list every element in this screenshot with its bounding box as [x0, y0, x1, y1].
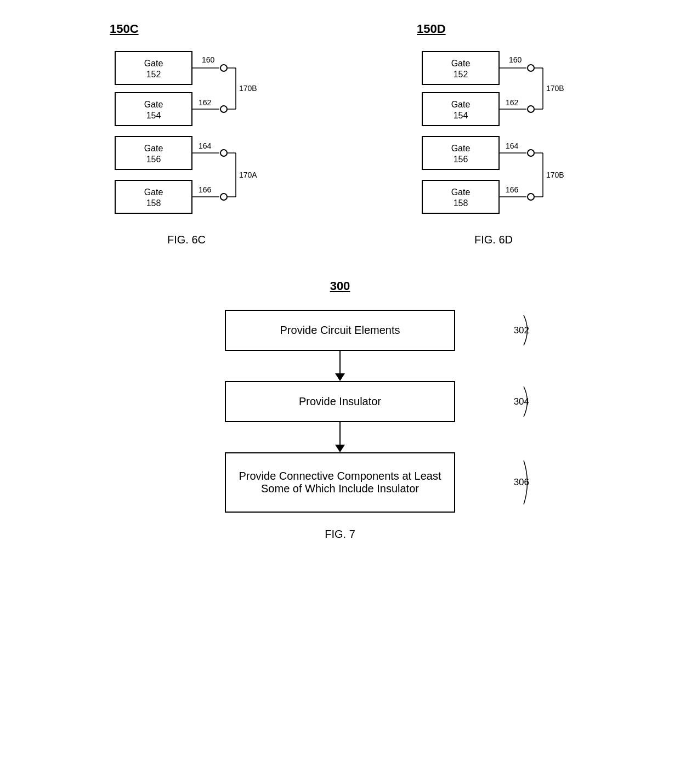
diagram-150c-label: 150C [110, 22, 139, 36]
svg-text:154: 154 [146, 111, 161, 120]
flowchart-fig-label: FIG. 7 [325, 528, 355, 541]
flow-box-2: Provide Insulator [225, 381, 455, 422]
flowchart-section: 300 Provide Circuit Elements 302 [33, 279, 647, 541]
svg-text:170A: 170A [239, 171, 257, 179]
svg-text:152: 152 [146, 70, 161, 79]
svg-rect-0 [115, 52, 192, 84]
svg-text:Gate: Gate [144, 100, 163, 109]
svg-text:170B: 170B [546, 171, 564, 179]
svg-rect-54 [422, 180, 499, 213]
svg-text:154: 154 [454, 111, 468, 120]
top-diagrams-section: 150C Gate 152 160 Gate 154 162 [33, 22, 647, 246]
svg-text:164: 164 [506, 141, 519, 150]
svg-text:160: 160 [509, 55, 522, 64]
svg-text:170B: 170B [239, 84, 257, 93]
svg-text:158: 158 [454, 198, 468, 208]
svg-point-21 [220, 150, 227, 156]
diagram-150d-fig-label: FIG. 6D [474, 234, 513, 246]
svg-text:170B: 170B [546, 84, 564, 93]
svg-text:156: 156 [146, 155, 161, 164]
diagram-150d: 150D Gate 152 160 Gate 154 162 [411, 22, 576, 246]
svg-rect-16 [115, 137, 192, 169]
svg-point-43 [528, 106, 534, 112]
flow-box-3-bracket [521, 452, 532, 513]
svg-rect-6 [115, 93, 192, 126]
svg-text:166: 166 [199, 185, 212, 194]
svg-rect-32 [422, 52, 499, 84]
flow-box-2-text: Provide Insulator [299, 395, 381, 408]
svg-point-53 [528, 150, 534, 156]
svg-text:156: 156 [454, 155, 468, 164]
svg-point-5 [220, 65, 227, 71]
diagram-150d-label: 150D [417, 22, 446, 36]
flow-box-1: Provide Circuit Elements [225, 310, 455, 351]
flow-box-2-bracket [521, 381, 532, 422]
svg-text:Gate: Gate [144, 188, 163, 197]
svg-text:Gate: Gate [451, 144, 471, 153]
diagram-150d-svg: Gate 152 160 Gate 154 162 170B Ga [411, 46, 576, 221]
diagram-150c: 150C Gate 152 160 Gate 154 162 [104, 22, 269, 246]
svg-rect-38 [422, 93, 499, 126]
svg-text:Gate: Gate [451, 188, 471, 197]
diagram-150c-fig-label: FIG. 6C [167, 234, 206, 246]
svg-text:Gate: Gate [451, 100, 471, 109]
svg-text:160: 160 [202, 55, 215, 64]
page: 150C Gate 152 160 Gate 154 162 [0, 0, 680, 784]
svg-point-37 [528, 65, 534, 71]
svg-text:162: 162 [199, 98, 212, 107]
svg-text:Gate: Gate [144, 59, 163, 68]
flow-box-1-bracket [521, 310, 532, 351]
svg-text:152: 152 [454, 70, 468, 79]
flow-box-1-text: Provide Circuit Elements [280, 324, 400, 337]
flow-arrow-1 [335, 351, 345, 381]
flowchart-id-label: 300 [330, 279, 350, 293]
svg-point-27 [220, 194, 227, 200]
svg-text:166: 166 [506, 185, 519, 194]
svg-point-11 [220, 106, 227, 112]
diagram-150c-svg: Gate 152 160 Gate 154 162 [104, 46, 269, 221]
flow-box-3: Provide Connective Components at Least S… [225, 452, 455, 513]
svg-text:Gate: Gate [144, 144, 163, 153]
svg-text:162: 162 [506, 98, 519, 107]
flow-arrow-2 [335, 422, 345, 452]
svg-point-59 [528, 194, 534, 200]
svg-rect-22 [115, 180, 192, 213]
svg-text:158: 158 [146, 198, 161, 208]
svg-rect-48 [422, 137, 499, 169]
svg-text:Gate: Gate [451, 59, 471, 68]
flow-box-3-text: Provide Connective Components at Least S… [237, 470, 443, 495]
svg-text:164: 164 [199, 141, 212, 150]
